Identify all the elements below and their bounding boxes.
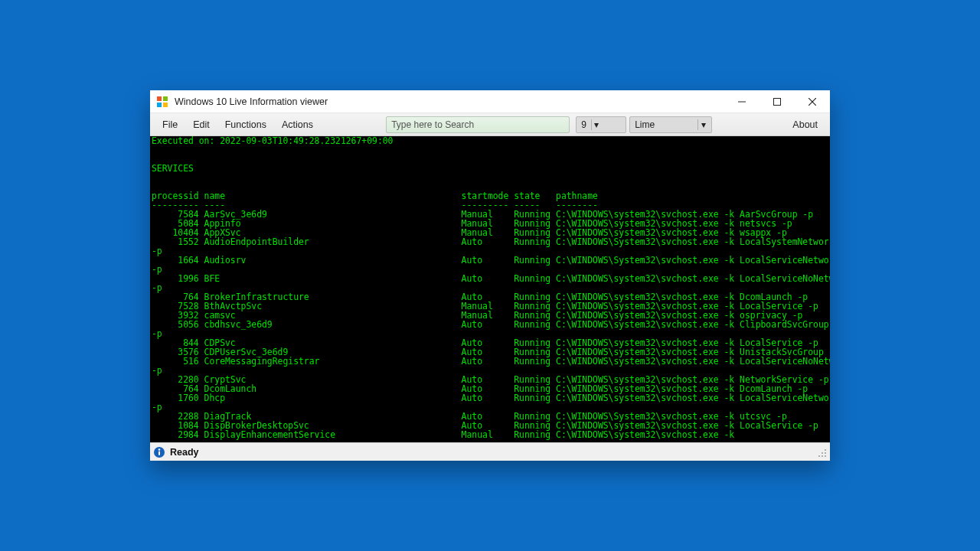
color-value: Lime: [635, 119, 655, 130]
svg-rect-3: [163, 103, 168, 107]
app-window: Windows 10 Live Information viewer File …: [150, 90, 830, 461]
chevron-down-icon: ▾: [697, 119, 708, 130]
menu-edit[interactable]: Edit: [185, 116, 217, 133]
svg-rect-2: [157, 103, 162, 107]
statusbar: Ready: [150, 442, 830, 461]
svg-point-11: [825, 449, 826, 451]
terminal-area: Executed on: 2022-09-03T10:49:28.2321267…: [150, 136, 830, 442]
svg-rect-0: [157, 96, 162, 101]
svg-rect-10: [158, 451, 160, 455]
svg-point-15: [822, 455, 823, 457]
info-icon: [153, 446, 165, 458]
fontsize-combo[interactable]: 9 ▾: [576, 116, 626, 133]
terminal-output[interactable]: Executed on: 2022-09-03T10:49:28.2321267…: [150, 136, 830, 442]
svg-rect-1: [163, 96, 168, 101]
menu-functions[interactable]: Functions: [217, 116, 274, 133]
fontsize-value: 9: [581, 119, 586, 130]
resize-grip-icon[interactable]: [816, 447, 827, 458]
minimize-button[interactable]: [724, 90, 760, 113]
color-combo[interactable]: Lime ▾: [629, 116, 712, 133]
menu-about[interactable]: About: [785, 116, 825, 133]
svg-point-13: [825, 452, 826, 454]
search-input[interactable]: Type here to Search: [386, 116, 570, 133]
titlebar: Windows 10 Live Information viewer: [150, 90, 830, 113]
svg-point-16: [825, 455, 826, 457]
search-placeholder: Type here to Search: [391, 119, 474, 130]
window-controls: [724, 90, 830, 113]
app-icon: [156, 96, 168, 108]
menu-actions[interactable]: Actions: [274, 116, 321, 133]
window-title: Windows 10 Live Information viewer: [175, 96, 328, 107]
svg-point-14: [818, 455, 820, 457]
status-text: Ready: [170, 447, 199, 458]
toolbar: File Edit Functions Actions Type here to…: [150, 113, 830, 136]
svg-point-9: [158, 448, 161, 451]
svg-rect-5: [774, 98, 781, 105]
chevron-down-icon: ▾: [591, 119, 602, 130]
menu-file[interactable]: File: [155, 116, 185, 133]
svg-point-12: [822, 452, 823, 454]
close-button[interactable]: [795, 90, 830, 113]
maximize-button[interactable]: [760, 90, 795, 113]
